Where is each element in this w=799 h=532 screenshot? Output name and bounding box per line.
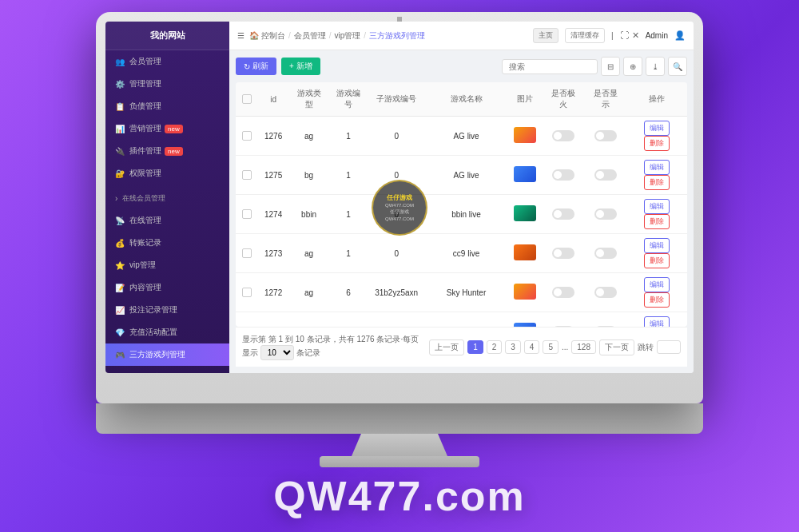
- toggle-show[interactable]: [594, 169, 617, 181]
- page-size-select[interactable]: 102050: [260, 345, 294, 360]
- edit-button[interactable]: 编辑: [644, 277, 670, 292]
- edit-button[interactable]: 编辑: [644, 121, 670, 136]
- main-content: ☰ 🏠 控制台 / 会员管理 / vip管理 /: [229, 22, 694, 373]
- col-settings-btn[interactable]: ⊟: [601, 57, 620, 76]
- col-code[interactable]: 游戏编号: [329, 82, 368, 117]
- members-icon: 👥: [115, 58, 125, 66]
- sidebar-item-transfer[interactable]: 💰 转账记录: [105, 232, 229, 254]
- delete-button[interactable]: 删除: [644, 136, 670, 151]
- col-subcode[interactable]: 子游戏编号: [368, 82, 425, 117]
- cell-thumb: [507, 234, 543, 273]
- delete-button[interactable]: 删除: [644, 175, 670, 190]
- sidebar-item-plugins[interactable]: 🔌 插件管理 new: [105, 140, 229, 162]
- page-3-btn[interactable]: 3: [505, 340, 521, 354]
- page-last-btn[interactable]: 128: [571, 340, 596, 354]
- nav-members[interactable]: 会员管理: [294, 30, 326, 42]
- cell-code: 1: [329, 156, 368, 195]
- toggle-show[interactable]: [594, 287, 617, 298]
- cell-type: bg: [288, 156, 329, 195]
- cell-type: ag: [288, 312, 329, 328]
- toggle-hot[interactable]: [552, 208, 574, 220]
- col-id[interactable]: id: [258, 82, 288, 117]
- table-row: 1274 bbin 1 0 bbin live 编辑 删除: [236, 195, 687, 234]
- table-row: 1271 ag 6 qfyjz44dyg Fish Park 编辑 删除: [236, 312, 687, 328]
- edit-button[interactable]: 编辑: [644, 316, 670, 327]
- toggle-hot[interactable]: [552, 169, 574, 181]
- col-show[interactable]: 是否显示: [585, 82, 627, 117]
- col-type[interactable]: 游戏类型: [288, 82, 329, 117]
- toggle-show[interactable]: [594, 130, 617, 141]
- cell-action: 编辑 删除: [627, 117, 687, 156]
- toggle-hot[interactable]: [552, 287, 574, 298]
- export-btn[interactable]: ⤓: [646, 57, 665, 76]
- search-btn[interactable]: 🔍: [668, 57, 687, 76]
- cell-action: 编辑 删除: [627, 195, 687, 234]
- cell-name: AG live: [425, 156, 507, 195]
- edit-button[interactable]: 编辑: [644, 238, 670, 253]
- sep3: /: [364, 31, 366, 40]
- toggle-hot[interactable]: [552, 248, 574, 259]
- next-page-btn[interactable]: 下一页: [599, 339, 634, 355]
- prev-page-btn[interactable]: 上一页: [429, 339, 464, 355]
- delete-button[interactable]: 删除: [644, 292, 670, 308]
- toggle-show[interactable]: [594, 208, 617, 220]
- fullscreen-icon[interactable]: ⛶: [620, 30, 629, 41]
- page-4-btn[interactable]: 4: [524, 340, 540, 354]
- sidebar-item-games[interactable]: 🎮 三方游戏列管理: [105, 343, 229, 366]
- nav-games[interactable]: 三方游戏列管理: [369, 30, 425, 42]
- cell-hot: [543, 312, 585, 328]
- pagination: 显示第 第 1 到 10 条记录，共有 1276 条记录·每页显示 102050…: [236, 327, 687, 367]
- debt-icon: 📋: [115, 102, 125, 111]
- delete-button[interactable]: 删除: [644, 214, 670, 229]
- toggle-hot[interactable]: [552, 130, 574, 141]
- nav-dashboard[interactable]: 🏠 控制台: [249, 30, 285, 42]
- sidebar-item-members[interactable]: 👥 会员管理: [105, 50, 229, 73]
- page-5-btn[interactable]: 5: [543, 340, 559, 354]
- sidebar-item-vip[interactable]: ⭐ vip管理: [105, 254, 229, 276]
- sidebar-item-marketing[interactable]: 📊 营销管理 new: [105, 117, 229, 140]
- search-input[interactable]: [502, 59, 598, 74]
- close-icon[interactable]: ✕: [632, 30, 639, 41]
- edit-button[interactable]: 编辑: [644, 160, 670, 175]
- delete-button[interactable]: 删除: [644, 253, 670, 268]
- toggle-hot[interactable]: [552, 326, 574, 327]
- page-1-btn[interactable]: 1: [467, 340, 483, 354]
- sidebar-item-online-mgmt[interactable]: 📡 在线管理: [105, 209, 229, 232]
- add-button[interactable]: + 新增: [281, 58, 320, 75]
- cell-hot: [543, 195, 585, 234]
- cell-thumb: [507, 312, 543, 328]
- cell-show: [585, 312, 627, 328]
- col-thumb[interactable]: 图片: [507, 82, 543, 117]
- sidebar-item-online-members[interactable]: › 在线会员管理: [105, 188, 229, 209]
- jump-input[interactable]: [657, 340, 681, 354]
- cell-thumb: [507, 117, 543, 156]
- cell-subcode: 31b2yz5axn: [368, 273, 425, 312]
- filter-btn[interactable]: ⊕: [623, 57, 642, 76]
- permissions-icon: 🔐: [115, 169, 125, 178]
- col-hot[interactable]: 是否极火: [543, 82, 585, 117]
- clear-cache-button[interactable]: 清理缓存: [565, 28, 605, 43]
- refresh-icon: ↻: [244, 62, 250, 71]
- sidebar-item-debt[interactable]: 📋 负债管理: [105, 95, 229, 117]
- refresh-button[interactable]: ↻ 刷新: [236, 58, 276, 75]
- home-button[interactable]: 主页: [533, 28, 559, 43]
- menu-icon[interactable]: ☰: [237, 31, 244, 40]
- sidebar-item-profile[interactable]: ✏️ 管理信息修改: [105, 366, 229, 373]
- page-2-btn[interactable]: 2: [487, 340, 503, 354]
- sidebar-item-recharge[interactable]: 💎 充值活动配置: [105, 321, 229, 343]
- topbar-nav: 🏠 控制台 / 会员管理 / vip管理 / 三方游戏列管理: [249, 30, 425, 42]
- cell-subcode: 0: [368, 234, 425, 273]
- edit-button[interactable]: 编辑: [644, 199, 670, 214]
- sidebar-item-bets[interactable]: 📈 投注记录管理: [105, 299, 229, 321]
- sidebar-item-permissions[interactable]: 🔐 权限管理: [105, 162, 229, 185]
- nav-vip[interactable]: vip管理: [335, 30, 361, 42]
- toggle-show[interactable]: [594, 248, 617, 259]
- cell-hot: [543, 234, 585, 273]
- col-name[interactable]: 游戏名称: [425, 82, 507, 117]
- cell-code: 6: [329, 312, 368, 328]
- sidebar-item-admin[interactable]: ⚙️ 管理管理: [105, 73, 229, 95]
- user-avatar-icon: 👤: [674, 30, 686, 41]
- toggle-show[interactable]: [594, 326, 617, 327]
- sidebar-item-content[interactable]: 📝 内容管理: [105, 276, 229, 299]
- vip-icon: ⭐: [115, 261, 125, 270]
